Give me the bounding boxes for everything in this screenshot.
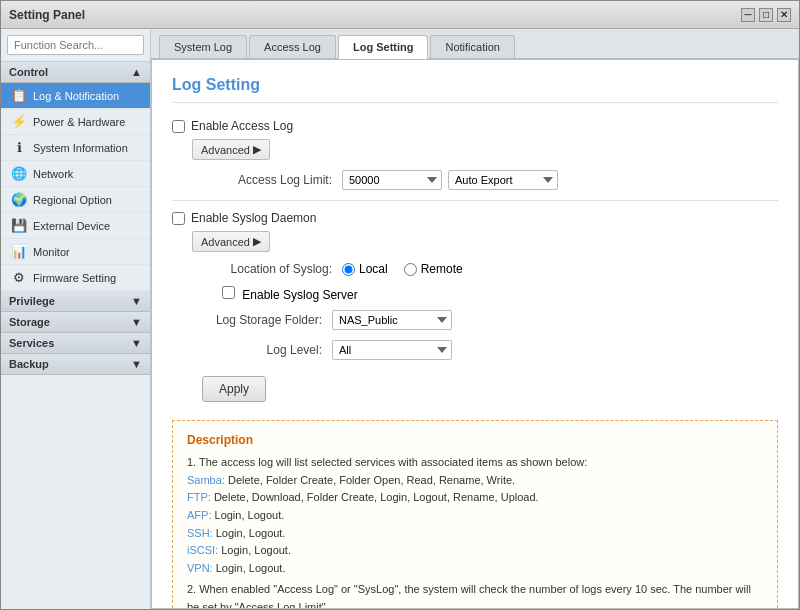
chevron-right-icon-2: ▶ (253, 235, 261, 248)
log-storage-control: NAS_Public NAS_Private (332, 310, 452, 330)
content-area: Control ▲ 📋 Log & Notification ⚡ Power &… (1, 29, 799, 609)
location-label: Location of Syslog: (202, 262, 342, 276)
sidebar-item-log-notification[interactable]: 📋 Log & Notification (1, 83, 150, 109)
sidebar-section-control: Control ▲ 📋 Log & Notification ⚡ Power &… (1, 62, 150, 291)
afp-label: AFP: (187, 509, 211, 521)
title-bar: Setting Panel ─ □ ✕ (1, 1, 799, 29)
advanced-access-log-button[interactable]: Advanced ▶ (192, 139, 270, 160)
sidebar-section-control-header[interactable]: Control ▲ (1, 62, 150, 83)
external-device-icon: 💾 (11, 218, 27, 233)
local-radio-item: Local (342, 262, 388, 276)
sidebar-item-label: Power & Hardware (33, 116, 125, 128)
ftp-label: FTP: (187, 491, 211, 503)
window-title: Setting Panel (9, 8, 85, 22)
enable-access-log-checkbox[interactable] (172, 120, 185, 133)
log-setting-panel: Log Setting Enable Access Log Advanced ▶… (151, 59, 799, 609)
maximize-button[interactable]: □ (759, 8, 773, 22)
tab-log-setting[interactable]: Log Setting (338, 35, 429, 59)
sidebar-item-network[interactable]: 🌐 Network (1, 161, 150, 187)
apply-button[interactable]: Apply (202, 376, 266, 402)
remote-label: Remote (421, 262, 463, 276)
vpn-label: VPN: (187, 562, 213, 574)
sidebar-section-storage-header[interactable]: Storage ▼ (1, 312, 150, 333)
sidebar: Control ▲ 📋 Log & Notification ⚡ Power &… (1, 29, 151, 609)
log-notification-icon: 📋 (11, 88, 27, 103)
local-label: Local (359, 262, 388, 276)
close-button[interactable]: ✕ (777, 8, 791, 22)
sidebar-item-power-hardware[interactable]: ⚡ Power & Hardware (1, 109, 150, 135)
search-input[interactable] (7, 35, 144, 55)
log-level-row: Log Level: All Error Warning Info (172, 340, 778, 360)
sidebar-item-label: System Information (33, 142, 128, 154)
desc-line1: 1. The access log will list selected ser… (187, 454, 763, 472)
panel-title: Log Setting (172, 76, 778, 103)
desc-iscsi: iSCSI: Login, Logout. (187, 542, 763, 560)
enable-syslog-label: Enable Syslog Daemon (191, 211, 316, 225)
desc-samba: Samba: Delete, Folder Create, Folder Ope… (187, 472, 763, 490)
access-log-limit-label: Access Log Limit: (202, 173, 342, 187)
log-level-label: Log Level: (202, 343, 332, 357)
tab-notification[interactable]: Notification (430, 35, 514, 58)
log-storage-select[interactable]: NAS_Public NAS_Private (332, 310, 452, 330)
firmware-icon: ⚙ (11, 270, 27, 285)
tab-system-log[interactable]: System Log (159, 35, 247, 58)
sidebar-section-services-header[interactable]: Services ▼ (1, 333, 150, 354)
access-log-limit-row: Access Log Limit: 50000 100000 200000 Au… (172, 170, 778, 190)
description-box: Description 1. The access log will list … (172, 420, 778, 609)
enable-syslog-checkbox[interactable] (172, 212, 185, 225)
sidebar-item-system-information[interactable]: ℹ System Information (1, 135, 150, 161)
log-level-control: All Error Warning Info (332, 340, 452, 360)
desc-ftp: FTP: Delete, Download, Folder Create, Lo… (187, 489, 763, 507)
log-storage-folder-row: Log Storage Folder: NAS_Public NAS_Priva… (172, 310, 778, 330)
remote-radio[interactable] (404, 263, 417, 276)
remote-radio-item: Remote (404, 262, 463, 276)
sidebar-item-label: Regional Option (33, 194, 112, 206)
sidebar-section-backup-header[interactable]: Backup ▼ (1, 354, 150, 375)
chevron-right-icon: ▶ (253, 143, 261, 156)
location-syslog-row: Location of Syslog: Local Remote (172, 262, 778, 276)
desc-line2: 2. When enabled "Access Log" or "SysLog"… (187, 581, 763, 609)
sidebar-item-label: Firmware Setting (33, 272, 116, 284)
search-container (1, 29, 150, 62)
log-storage-label: Log Storage Folder: (202, 313, 332, 327)
enable-access-log-row: Enable Access Log (172, 119, 778, 133)
samba-label: Samba: (187, 474, 225, 486)
tab-bar: System Log Access Log Log Setting Notifi… (151, 29, 799, 59)
sidebar-section-backup: Backup ▼ (1, 354, 150, 375)
description-title: Description (187, 431, 763, 450)
access-log-limit-select[interactable]: 50000 100000 200000 (342, 170, 442, 190)
enable-syslog-row: Enable Syslog Daemon (172, 211, 778, 225)
description-content: 1. The access log will list selected ser… (187, 454, 763, 609)
desc-vpn: VPN: Login, Logout. (187, 560, 763, 578)
minimize-button[interactable]: ─ (741, 8, 755, 22)
regional-icon: 🌍 (11, 192, 27, 207)
window-controls: ─ □ ✕ (741, 8, 791, 22)
local-radio[interactable] (342, 263, 355, 276)
sidebar-item-firmware-setting[interactable]: ⚙ Firmware Setting (1, 265, 150, 291)
power-hardware-icon: ⚡ (11, 114, 27, 129)
auto-export-select[interactable]: Auto Export Manual Export (448, 170, 558, 190)
main-content: System Log Access Log Log Setting Notifi… (151, 29, 799, 609)
sidebar-section-privilege-header[interactable]: Privilege ▼ (1, 291, 150, 312)
sidebar-item-label: Log & Notification (33, 90, 119, 102)
sidebar-item-external-device[interactable]: 💾 External Device (1, 213, 150, 239)
tab-access-log[interactable]: Access Log (249, 35, 336, 58)
sidebar-item-monitor[interactable]: 📊 Monitor (1, 239, 150, 265)
location-radio-group: Local Remote (342, 262, 463, 276)
enable-syslog-server-checkbox[interactable] (222, 286, 235, 299)
network-icon: 🌐 (11, 166, 27, 181)
sidebar-item-label: External Device (33, 220, 110, 232)
sidebar-item-regional-option[interactable]: 🌍 Regional Option (1, 187, 150, 213)
desc-ssh: SSH: Login, Logout. (187, 525, 763, 543)
divider-1 (172, 200, 778, 201)
sidebar-item-label: Monitor (33, 246, 70, 258)
sidebar-section-services: Services ▼ (1, 333, 150, 354)
advanced-syslog-button[interactable]: Advanced ▶ (192, 231, 270, 252)
sidebar-item-label: Network (33, 168, 73, 180)
log-level-select[interactable]: All Error Warning Info (332, 340, 452, 360)
ssh-label: SSH: (187, 527, 213, 539)
sidebar-section-privilege: Privilege ▼ (1, 291, 150, 312)
sidebar-section-storage: Storage ▼ (1, 312, 150, 333)
main-window: Setting Panel ─ □ ✕ Control ▲ 📋 Log & No… (0, 0, 800, 610)
iscsi-label: iSCSI: (187, 544, 218, 556)
